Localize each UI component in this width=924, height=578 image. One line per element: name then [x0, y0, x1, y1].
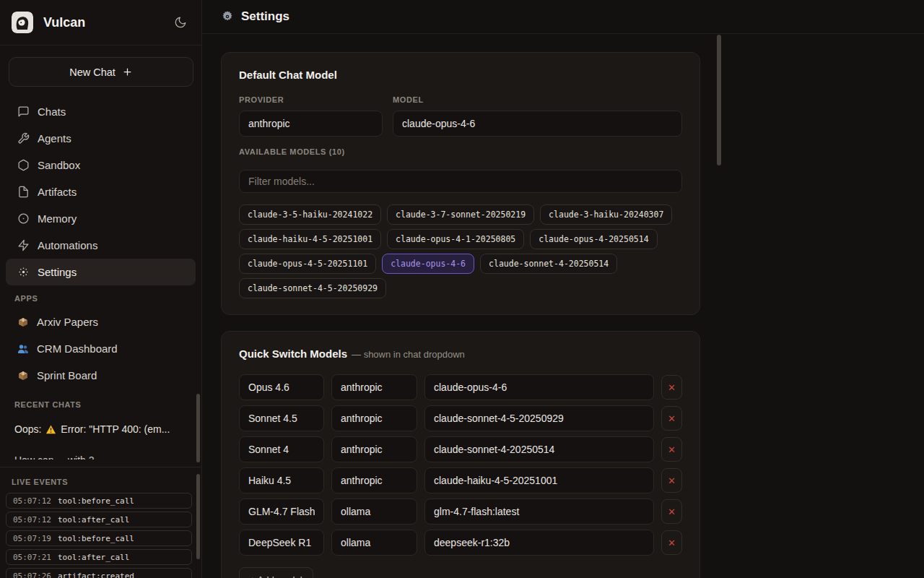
sidebar-header: Vulcan [0, 0, 201, 46]
provider-input[interactable] [331, 436, 417, 462]
model-id-input[interactable] [424, 436, 654, 462]
provider-label: PROVIDER [239, 95, 383, 104]
provider-model-fields: PROVIDER MODEL [239, 95, 682, 137]
model-id-input[interactable] [424, 530, 654, 556]
model-chip[interactable]: claude-opus-4-5-20251101 [239, 254, 376, 274]
model-id-input[interactable] [424, 405, 654, 431]
app-item-crm-dashboard[interactable]: CRM Dashboard [6, 335, 196, 362]
sidebar-item-label: Automations [38, 239, 97, 251]
model-id-input[interactable] [424, 374, 654, 400]
close-icon: ✕ [668, 382, 676, 393]
card-title-row: Quick Switch Models— shown in chat dropd… [239, 348, 682, 361]
live-events-scrollbar-thumb[interactable] [196, 474, 200, 559]
sidebar-item-label: Settings [38, 266, 77, 278]
model-chip[interactable]: claude-3-5-haiku-20241022 [239, 204, 381, 225]
apps-section-header: APPS [0, 294, 201, 303]
delete-row-button[interactable]: ✕ [661, 437, 682, 462]
dark-mode-toggle[interactable] [171, 13, 190, 32]
display-name-input[interactable] [239, 467, 324, 493]
sidebar-item-chats[interactable]: Chats [6, 98, 196, 125]
provider-input[interactable] [331, 467, 417, 493]
sidebar-item-memory[interactable]: Memory [6, 205, 196, 232]
app-item-sprint-board[interactable]: Sprint Board [6, 362, 196, 389]
event-time: 05:07:12 [13, 515, 51, 525]
quick-switch-rows: ✕ ✕ ✕ ✕ [239, 374, 682, 556]
display-name-input[interactable] [239, 499, 324, 525]
event-name: artifact:created [58, 571, 134, 578]
people-icon [17, 343, 29, 355]
model-chip[interactable]: claude-sonnet-4-20250514 [480, 254, 617, 274]
model-chip[interactable]: claude-opus-4-1-20250805 [387, 229, 524, 249]
quick-switch-row: ✕ [239, 467, 682, 493]
model-chip[interactable]: claude-3-haiku-20240307 [540, 204, 672, 225]
sidebar-item-artifacts[interactable]: Artifacts [6, 178, 196, 205]
add-model-button[interactable]: + Add model [239, 567, 313, 578]
model-input[interactable] [393, 111, 682, 137]
model-chip[interactable]: claude-haiku-4-5-20251001 [239, 229, 381, 249]
apps-list: Arxiv Papers CRM Dashboard Sprint Board [0, 309, 201, 389]
main-area: Settings Default Chat Model PROVIDER MOD… [202, 0, 924, 578]
quick-switch-row: ✕ [239, 530, 682, 556]
recent-chat-text-after: Error: "HTTP 400: (em... [61, 423, 170, 435]
provider-input[interactable] [331, 530, 417, 556]
display-name-input[interactable] [239, 436, 324, 462]
recent-chat-item[interactable]: Oops: Error: "HTTP 400: (em... [0, 423, 201, 435]
live-events-header: LIVE EVENTS [6, 473, 192, 493]
chat-bubble-icon [17, 105, 30, 118]
app-item-arxiv-papers[interactable]: Arxiv Papers [6, 309, 196, 335]
main-header: Settings [202, 0, 924, 34]
delete-row-button[interactable]: ✕ [661, 406, 682, 431]
provider-input[interactable] [239, 111, 383, 137]
model-label: MODEL [393, 95, 682, 104]
model-chip[interactable]: claude-sonnet-4-5-20250929 [239, 278, 386, 298]
sidebar-nav: Chats Agents Sandbox Artifacts Memory [0, 98, 201, 285]
delete-row-button[interactable]: ✕ [661, 530, 682, 555]
display-name-input[interactable] [239, 405, 324, 431]
recent-chats-header: RECENT CHATS [0, 400, 201, 409]
main-scrollbar-thumb[interactable] [717, 35, 721, 165]
hexagon-icon [17, 159, 30, 171]
sidebar-item-sandbox[interactable]: Sandbox [6, 152, 196, 178]
model-field-group: MODEL [393, 95, 682, 137]
app-logo [12, 12, 33, 33]
filter-models-input[interactable] [239, 170, 682, 193]
sidebar-scrollbar-thumb[interactable] [196, 394, 200, 462]
provider-input[interactable] [331, 499, 417, 525]
sidebar-item-agents[interactable]: Agents [6, 125, 196, 152]
sidebar-item-automations[interactable]: Automations [6, 232, 196, 259]
sidebar-item-settings[interactable]: Settings [6, 259, 196, 285]
warning-icon [45, 424, 56, 435]
provider-input[interactable] [331, 405, 417, 431]
event-name: tool:after_call [58, 553, 129, 562]
wrench-icon [17, 132, 30, 144]
new-chat-button[interactable]: New Chat [9, 57, 193, 87]
quick-switch-models-card: Quick Switch Models— shown in chat dropd… [221, 331, 700, 578]
model-chip[interactable]: claude-opus-4-20250514 [530, 229, 657, 249]
model-id-input[interactable] [424, 467, 654, 493]
event-name: tool:before_call [58, 534, 134, 543]
page-title: Settings [241, 9, 289, 24]
package-icon [17, 370, 29, 381]
recent-chat-item-clipped[interactable]: How can ... with 2... [0, 454, 201, 460]
delete-row-button[interactable]: ✕ [661, 375, 682, 400]
event-time: 05:07:21 [13, 553, 51, 562]
display-name-input[interactable] [239, 374, 324, 400]
card-title: Quick Switch Models [239, 348, 347, 360]
app-title: Vulcan [43, 15, 171, 30]
card-subtitle: — shown in chat dropdown [352, 349, 465, 360]
app-item-label: CRM Dashboard [37, 342, 118, 355]
model-chip-list: claude-3-5-haiku-20241022 claude-3-7-son… [239, 204, 682, 298]
sidebar-item-label: Agents [38, 132, 71, 144]
delete-row-button[interactable]: ✕ [661, 468, 682, 493]
settings-dots-icon [17, 266, 30, 278]
event-time: 05:07:26 [13, 571, 51, 578]
provider-field-group: PROVIDER [239, 95, 383, 137]
model-id-input[interactable] [424, 499, 654, 525]
model-chip-selected[interactable]: claude-opus-4-6 [382, 254, 474, 274]
display-name-input[interactable] [239, 530, 324, 556]
card-title: Default Chat Model [239, 69, 682, 81]
delete-row-button[interactable]: ✕ [661, 499, 682, 524]
model-chip[interactable]: claude-3-7-sonnet-20250219 [387, 204, 534, 225]
provider-input[interactable] [331, 374, 417, 400]
package-icon [17, 316, 29, 328]
